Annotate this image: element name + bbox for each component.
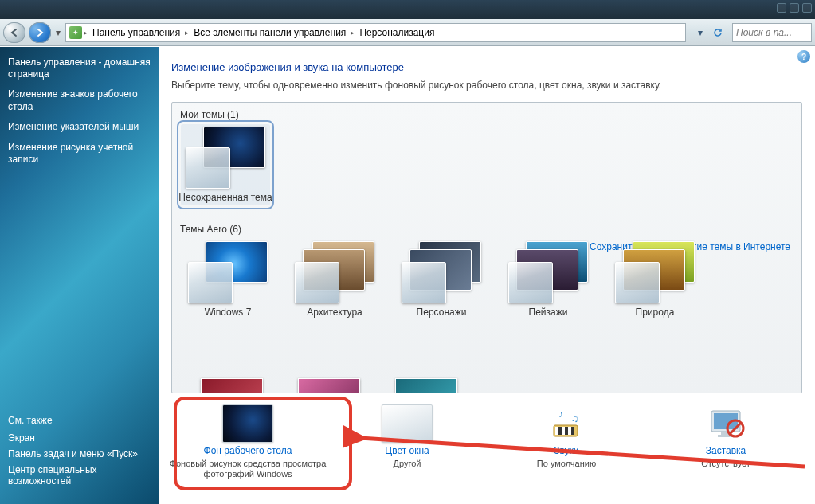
- group-my-themes: Мои темы (1): [172, 103, 801, 122]
- svg-rect-2: [558, 427, 562, 435]
- refresh-button[interactable]: [710, 25, 726, 41]
- setting-desc: Фоновый рисунок средства просмотра фотог…: [168, 459, 327, 479]
- svg-text:♫: ♫: [571, 413, 578, 424]
- theme-tile-landscapes[interactable]: Пейзажи: [503, 241, 593, 318]
- breadcrumb[interactable]: ✦ ▸ Панель управления ▸ Все элементы пан…: [65, 23, 686, 42]
- chevron-right-icon: ▸: [351, 29, 355, 37]
- window-titlebar: [0, 0, 815, 19]
- see-also-ease[interactable]: Центр специальных возможностей: [8, 464, 151, 486]
- setting-desc: Отсутствует: [701, 459, 750, 469]
- theme-label: Пейзажи: [529, 307, 568, 318]
- search-placeholder: Поиск в па...: [736, 27, 792, 38]
- setting-link[interactable]: Заставка: [706, 445, 746, 456]
- theme-tile-nature[interactable]: Природа: [610, 241, 699, 318]
- desktop-background-thumb: [222, 404, 273, 443]
- theme-tile-characters[interactable]: Персонажи: [397, 241, 486, 318]
- theme-label: Архитектура: [307, 307, 362, 318]
- sounds-icon: ♪ ♫: [541, 404, 592, 443]
- theme-label: Персонажи: [417, 307, 467, 318]
- personalization-content: ? Изменение изображения и звука на компь…: [159, 47, 815, 504]
- setting-window-color[interactable]: Цвет окна Другой: [327, 404, 487, 479]
- see-also-taskbar[interactable]: Панель задач и меню «Пуск»: [8, 448, 151, 459]
- explorer-navbar: ▾ ✦ ▸ Панель управления ▸ Все элементы п…: [0, 19, 815, 46]
- breadcrumb-item[interactable]: Все элементы панели управления: [190, 27, 349, 38]
- group-aero-themes: Темы Aero (6): [172, 217, 801, 236]
- svg-rect-1: [555, 427, 558, 435]
- chevron-right-icon: ▸: [84, 29, 88, 37]
- theme-tile-architecture[interactable]: Архитектура: [290, 241, 379, 318]
- forward-button[interactable]: [29, 22, 51, 43]
- theme-tile-windows7[interactable]: Windows 7: [183, 241, 272, 318]
- themes-panel: Мои темы (1) Несохраненная тема Сохранит…: [171, 102, 802, 393]
- page-title: Изменение изображения и звука на компьют…: [171, 61, 802, 73]
- control-panel-icon: ✦: [69, 26, 82, 39]
- breadcrumb-item[interactable]: Персонализация: [356, 27, 437, 38]
- setting-sounds[interactable]: ♪ ♫ Звуки По умолчанию: [487, 404, 646, 479]
- setting-screensaver[interactable]: Заставка Отсутствует: [646, 404, 805, 479]
- window-color-thumb: [382, 404, 433, 443]
- sidebar-link-desktop-icons[interactable]: Изменение значков рабочего стола: [8, 88, 151, 113]
- sidebar-link-mouse-pointers[interactable]: Изменение указателей мыши: [8, 121, 151, 134]
- maximize-button[interactable]: [790, 3, 799, 13]
- setting-desktop-background[interactable]: Фон рабочего стола Фоновый рисунок средс…: [168, 404, 327, 479]
- theme-tile-unsaved[interactable]: Несохраненная тема: [181, 124, 270, 205]
- themes-overflow-row: [183, 378, 457, 393]
- svg-rect-6: [571, 427, 574, 435]
- chevron-right-icon: ▸: [185, 29, 189, 37]
- theme-label: Windows 7: [205, 307, 252, 318]
- minimize-button[interactable]: [777, 3, 786, 13]
- sidebar-home-link[interactable]: Панель управления - домашняя страница: [8, 57, 151, 80]
- setting-desc: Другой: [394, 459, 421, 469]
- sidebar-link-account-picture[interactable]: Изменение рисунка учетной записи: [8, 142, 151, 166]
- back-button[interactable]: [3, 22, 25, 43]
- path-dropdown[interactable]: ▾: [692, 25, 708, 41]
- svg-rect-4: [565, 427, 568, 435]
- setting-link[interactable]: Звуки: [554, 445, 578, 456]
- see-also-display[interactable]: Экран: [8, 432, 151, 443]
- theme-label: Природа: [636, 307, 675, 318]
- control-panel-sidebar: Панель управления - домашняя страница Из…: [0, 47, 159, 504]
- svg-rect-3: [562, 427, 565, 435]
- theme-settings-row: Фон рабочего стола Фоновый рисунок средс…: [159, 393, 815, 479]
- screensaver-icon: [700, 404, 751, 443]
- setting-desc: По умолчанию: [537, 459, 596, 469]
- see-also-label: См. также: [8, 415, 151, 426]
- help-icon[interactable]: ?: [797, 50, 810, 63]
- close-button[interactable]: [802, 3, 812, 13]
- search-input[interactable]: Поиск в па...: [732, 23, 812, 42]
- history-dropdown[interactable]: ▾: [54, 27, 62, 38]
- theme-label: Несохраненная тема: [178, 192, 272, 203]
- setting-link[interactable]: Фон рабочего стола: [204, 445, 292, 456]
- svg-text:♪: ♪: [558, 408, 563, 420]
- breadcrumb-item[interactable]: Панель управления: [89, 27, 183, 38]
- svg-rect-5: [568, 427, 571, 435]
- setting-link[interactable]: Цвет окна: [385, 445, 429, 456]
- page-subtitle: Выберите тему, чтобы одновременно измени…: [171, 80, 802, 91]
